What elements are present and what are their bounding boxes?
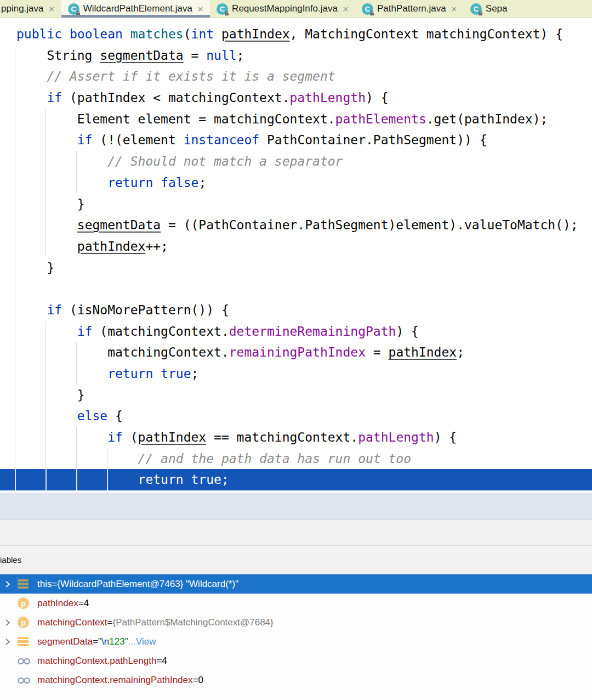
variable-value: 4	[162, 656, 167, 667]
class-icon: C	[362, 3, 373, 15]
variable-name: this	[37, 579, 52, 590]
execution-point-line[interactable]: return true;	[0, 469, 592, 490]
variable-value: =	[78, 598, 84, 609]
parameter-icon: p	[15, 617, 37, 628]
code-line[interactable]: if (pathIndex < matchingContext.pathLeng…	[0, 87, 592, 109]
code-line[interactable]: String segmentData = null;	[0, 45, 592, 66]
ide-window: pping.java×CWildcardPathElement.java×CRe…	[0, 0, 592, 700]
variable-name: pathIndex	[37, 598, 78, 609]
code-line[interactable]: return false;	[0, 172, 592, 194]
tab-close-icon[interactable]: ×	[197, 4, 203, 14]
code-line[interactable]: // Should not match a separator	[0, 151, 592, 172]
variable-row-this[interactable]: this = {WildcardPathElement@7463} "Wildc…	[0, 574, 592, 594]
indent-guide	[76, 469, 77, 490]
editor-bottom-band	[0, 493, 592, 520]
tab-pping-java[interactable]: pping.java×	[0, 0, 61, 18]
variable-row-matchingcontext-remainingpathindex[interactable]: matchingContext.remainingPathIndex = 0	[0, 670, 592, 690]
indent-guide	[107, 469, 108, 490]
value-icon	[15, 579, 37, 589]
variable-value: ...	[128, 636, 136, 647]
value-icon	[18, 637, 29, 647]
variable-row-pathindex[interactable]: ppathIndex = 4	[0, 594, 592, 613]
variable-row-matchingcontext[interactable]: pmatchingContext = {PathPattern$Matching…	[0, 613, 592, 632]
tab-close-icon[interactable]: ×	[451, 4, 457, 14]
tab-label: WildcardPathElement.java	[83, 3, 192, 14]
variable-name: matchingContext.remainingPathIndex	[37, 675, 193, 686]
parameter-icon: p	[18, 617, 29, 628]
variable-row-matchingcontext-pathlength[interactable]: matchingContext.pathLength = 4	[0, 651, 592, 670]
class-icon: C	[217, 3, 228, 15]
watch-icon	[15, 676, 37, 685]
parameter-icon: p	[15, 597, 37, 609]
tab-label: RequestMappingInfo.java	[232, 3, 338, 14]
expand-chevron-icon[interactable]	[0, 579, 15, 589]
variable-value: 4	[84, 598, 89, 609]
class-icon: C	[68, 3, 79, 15]
expand-chevron-icon[interactable]	[0, 618, 15, 628]
code-line[interactable]: Element element = matchingContext.pathEl…	[0, 109, 592, 130]
code-line[interactable]: }	[0, 194, 592, 215]
variable-value: =	[52, 579, 57, 590]
code-area: public boolean matches(int pathIndex, Ma…	[0, 18, 592, 490]
debug-variables-panel: iables this = {WildcardPathElement@7463}…	[0, 546, 592, 700]
code-line[interactable]	[0, 278, 592, 300]
tab-close-icon[interactable]: ×	[49, 4, 55, 14]
code-line[interactable]: // and the path data has run out too	[0, 448, 592, 470]
value-icon	[15, 637, 37, 647]
variable-value: =	[156, 656, 162, 667]
variables-panel-title: iables	[0, 555, 21, 564]
variables-tree: this = {WildcardPathElement@7463} "Wildc…	[0, 574, 592, 690]
code-line[interactable]: else {	[0, 405, 592, 427]
view-link[interactable]: View	[136, 636, 156, 647]
editor-tab-bar: pping.java×CWildcardPathElement.java×CRe…	[0, 0, 592, 18]
variable-value: \n	[101, 636, 109, 647]
code-editor[interactable]: public boolean matches(int pathIndex, Ma…	[0, 18, 592, 493]
tab-wildcardpathelement-java[interactable]: CWildcardPathElement.java×	[61, 0, 210, 18]
variable-value: {PathPattern$MatchingContext@7684}	[113, 617, 274, 628]
code-line[interactable]: if (isNoMorePattern()) {	[0, 300, 592, 321]
code-line[interactable]: if (matchingContext.determineRemainingPa…	[0, 321, 592, 342]
variable-value: =	[107, 617, 113, 628]
variable-value: =	[193, 675, 198, 686]
indent-guide	[15, 469, 16, 490]
code-line[interactable]: pathIndex++;	[0, 236, 592, 257]
code-line[interactable]: segmentData = ((PathContainer.PathSegmen…	[0, 214, 592, 236]
variable-value: =	[93, 636, 98, 647]
tab-sepa[interactable]: CSepa	[464, 0, 514, 18]
class-icon: C	[470, 3, 482, 15]
code-line[interactable]: if (!(element instanceof PathContainer.P…	[0, 129, 592, 151]
code-line[interactable]: }	[0, 385, 592, 406]
variable-row-segmentdata[interactable]: segmentData = "\n123" ... View	[0, 632, 592, 651]
expand-chevron-icon[interactable]	[0, 637, 15, 647]
tab-label: pping.java	[1, 3, 44, 14]
code-line[interactable]: matchingContext.remainingPathIndex = pat…	[0, 342, 592, 363]
variable-name: matchingContext	[37, 617, 107, 628]
tab-label: Sepa	[486, 3, 508, 14]
parameter-icon: p	[18, 597, 29, 609]
indent-guide	[45, 469, 47, 490]
code-line[interactable]: }	[0, 257, 592, 279]
variable-name: segmentData	[37, 636, 93, 647]
code-line[interactable]: // Assert if it exists it is a segment	[0, 66, 592, 87]
tab-label: PathPattern.java	[377, 3, 446, 14]
code-line[interactable]: if (pathIndex == matchingContext.pathLen…	[0, 427, 592, 448]
variable-value: 0	[198, 675, 203, 686]
variables-panel-header: iables	[0, 546, 592, 574]
code-line[interactable]: return true;	[0, 363, 592, 385]
variable-name: matchingContext.pathLength	[37, 656, 156, 667]
tab-pathpattern-java[interactable]: CPathPattern.java×	[355, 0, 464, 18]
debugger-toolbar-band	[0, 520, 592, 546]
variable-value: {WildcardPathElement@7463} "Wildcard(*)"	[57, 579, 238, 590]
watch-icon	[15, 657, 37, 665]
value-icon	[18, 579, 29, 589]
code-line[interactable]: public boolean matches(int pathIndex, Ma…	[0, 24, 592, 45]
tab-requestmappinginfo-java[interactable]: CRequestMappingInfo.java×	[210, 0, 355, 18]
variable-value: 123"	[109, 636, 128, 647]
tab-close-icon[interactable]: ×	[343, 4, 349, 14]
